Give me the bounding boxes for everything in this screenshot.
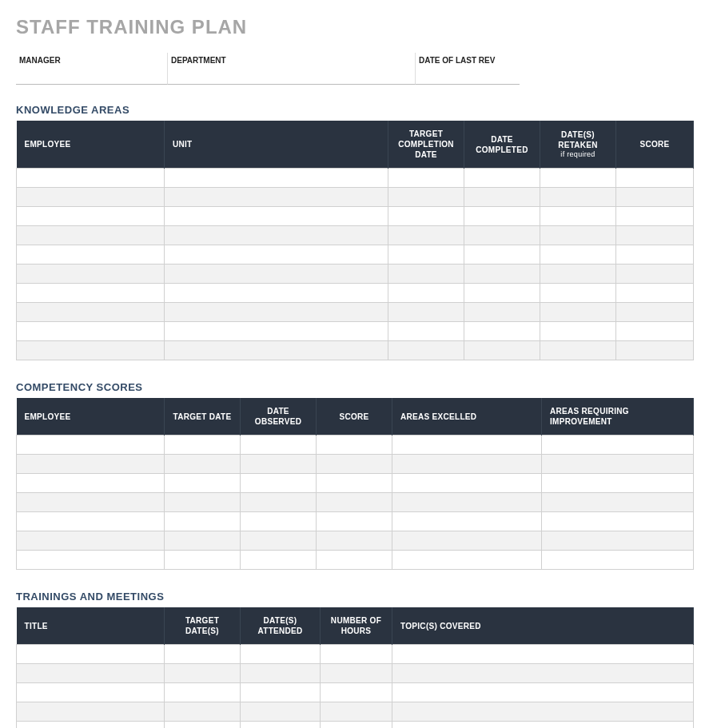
cell-improve[interactable] [542,512,694,531]
cell-observed[interactable] [241,551,317,570]
cell-excelled[interactable] [392,436,542,455]
cell-target-date[interactable] [388,226,464,245]
cell-excelled[interactable] [392,474,542,493]
cell-score[interactable] [616,322,694,341]
cell-target-dates[interactable] [165,664,241,683]
meta-date-value[interactable] [419,65,512,76]
cell-employee[interactable] [17,284,165,303]
cell-employee[interactable] [17,531,165,551]
cell-score[interactable] [616,188,694,207]
cell-retaken[interactable] [540,322,616,341]
cell-target-date[interactable] [388,303,464,322]
cell-target-date[interactable] [388,188,464,207]
cell-score[interactable] [616,245,694,265]
cell-target-date[interactable] [165,551,241,570]
cell-topics[interactable] [392,645,694,664]
cell-score[interactable] [317,436,392,455]
cell-unit[interactable] [165,265,388,284]
cell-target-date[interactable] [388,322,464,341]
cell-retaken[interactable] [540,226,616,245]
cell-completed[interactable] [464,265,540,284]
cell-target-date[interactable] [388,341,464,360]
cell-employee[interactable] [17,551,165,570]
cell-retaken[interactable] [540,188,616,207]
cell-hours[interactable] [321,645,392,664]
cell-target-date[interactable] [388,245,464,265]
cell-unit[interactable] [165,169,388,188]
cell-title[interactable] [17,702,165,722]
cell-target-date[interactable] [165,455,241,474]
cell-score[interactable] [317,455,392,474]
cell-target-date[interactable] [165,436,241,455]
cell-improve[interactable] [542,474,694,493]
cell-observed[interactable] [241,455,317,474]
cell-employee[interactable] [17,512,165,531]
cell-topics[interactable] [392,664,694,683]
cell-employee[interactable] [17,169,165,188]
cell-employee[interactable] [17,436,165,455]
cell-employee[interactable] [17,455,165,474]
cell-score[interactable] [317,531,392,551]
cell-attended[interactable] [241,683,321,702]
cell-score[interactable] [616,341,694,360]
cell-employee[interactable] [17,265,165,284]
cell-observed[interactable] [241,436,317,455]
cell-excelled[interactable] [392,512,542,531]
cell-employee[interactable] [17,245,165,265]
cell-unit[interactable] [165,284,388,303]
cell-completed[interactable] [464,284,540,303]
cell-completed[interactable] [464,207,540,226]
cell-employee[interactable] [17,207,165,226]
cell-hours[interactable] [321,702,392,722]
cell-excelled[interactable] [392,531,542,551]
cell-completed[interactable] [464,245,540,265]
cell-improve[interactable] [542,493,694,512]
cell-employee[interactable] [17,188,165,207]
cell-completed[interactable] [464,169,540,188]
cell-unit[interactable] [165,341,388,360]
cell-improve[interactable] [542,531,694,551]
cell-completed[interactable] [464,341,540,360]
cell-target-date[interactable] [388,207,464,226]
cell-improve[interactable] [542,436,694,455]
cell-retaken[interactable] [540,207,616,226]
cell-score[interactable] [616,169,694,188]
cell-excelled[interactable] [392,551,542,570]
cell-attended[interactable] [241,722,321,729]
cell-target-date[interactable] [165,493,241,512]
cell-score[interactable] [317,493,392,512]
cell-retaken[interactable] [540,341,616,360]
cell-observed[interactable] [241,474,317,493]
cell-employee[interactable] [17,226,165,245]
cell-completed[interactable] [464,226,540,245]
cell-excelled[interactable] [392,493,542,512]
cell-topics[interactable] [392,702,694,722]
cell-target-dates[interactable] [165,683,241,702]
cell-retaken[interactable] [540,169,616,188]
cell-completed[interactable] [464,322,540,341]
cell-employee[interactable] [17,322,165,341]
cell-observed[interactable] [241,512,317,531]
cell-topics[interactable] [392,683,694,702]
cell-unit[interactable] [165,226,388,245]
cell-target-date[interactable] [165,531,241,551]
cell-excelled[interactable] [392,455,542,474]
cell-target-dates[interactable] [165,645,241,664]
cell-target-date[interactable] [388,169,464,188]
cell-unit[interactable] [165,245,388,265]
cell-score[interactable] [616,303,694,322]
cell-title[interactable] [17,683,165,702]
cell-attended[interactable] [241,645,321,664]
cell-retaken[interactable] [540,303,616,322]
cell-employee[interactable] [17,303,165,322]
cell-hours[interactable] [321,664,392,683]
cell-retaken[interactable] [540,265,616,284]
cell-title[interactable] [17,664,165,683]
cell-unit[interactable] [165,322,388,341]
cell-unit[interactable] [165,188,388,207]
cell-score[interactable] [317,474,392,493]
cell-title[interactable] [17,722,165,729]
cell-attended[interactable] [241,664,321,683]
cell-target-dates[interactable] [165,722,241,729]
meta-manager-value[interactable] [19,65,159,76]
